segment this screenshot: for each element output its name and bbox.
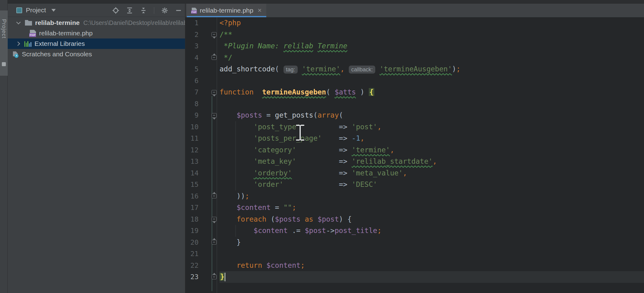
fold-gutter (199, 260, 219, 271)
line-number[interactable]: 5 (186, 65, 199, 73)
chevron-down-icon[interactable] (16, 20, 21, 24)
text-caret (225, 273, 225, 281)
tree-row-external-libraries[interactable]: External Libraries (8, 38, 185, 49)
code-line-13[interactable]: 13 'meta_key' => 'relilab_startdate', (186, 156, 644, 167)
line-number[interactable]: 15 (186, 181, 199, 188)
line-number[interactable]: 16 (186, 192, 199, 200)
fold-gutter (199, 179, 219, 191)
code-text: */ (219, 52, 644, 64)
locate-target-icon[interactable] (112, 7, 119, 14)
close-icon[interactable]: × (258, 7, 262, 14)
php-file-icon: PHP (192, 7, 197, 14)
fold-close-icon[interactable]: − (211, 240, 217, 245)
fold-gutter (199, 156, 219, 167)
code-line-15[interactable]: 15 'order' => 'DESC' (186, 179, 644, 191)
code-line-4[interactable]: 4− */ (186, 52, 644, 64)
code-text: *Plugin Name: relilab Termine (219, 40, 644, 52)
expand-all-icon[interactable] (126, 7, 133, 14)
fold-close-icon[interactable]: − (211, 55, 217, 60)
line-number[interactable]: 22 (186, 262, 199, 269)
code-text: add_shortcode( tag: 'termine', callback:… (219, 63, 644, 75)
code-line-20[interactable]: 20− } (186, 237, 644, 248)
line-number[interactable]: 18 (186, 215, 199, 223)
code-text: function termineAusgeben( $atts ) { (219, 86, 644, 98)
code-line-1[interactable]: 1<?php (186, 17, 644, 29)
line-number[interactable]: 21 (186, 250, 199, 258)
line-number[interactable]: 3 (186, 42, 199, 50)
tree-row-php-file[interactable]: PHP relilab-termine.php (8, 28, 185, 38)
project-stripe-button[interactable]: Project (0, 10, 8, 76)
line-number[interactable]: 13 (186, 158, 199, 165)
tree-row-project-root[interactable]: relilab-termine C:\Users\Daniel\Desktop\… (8, 18, 185, 28)
fold-open-icon[interactable]: − (211, 113, 217, 118)
fold-gutter: − (199, 29, 219, 41)
fold-open-icon[interactable]: − (211, 217, 217, 222)
external-libraries-label: External Libraries (34, 40, 85, 47)
tool-window-stripe: Project (0, 0, 8, 293)
settings-gear-icon[interactable] (161, 7, 168, 14)
fold-close-icon[interactable]: − (211, 194, 217, 199)
line-number[interactable]: 7 (186, 88, 199, 96)
php-file-icon: PHP (30, 30, 36, 37)
code-line-3[interactable]: 3 *Plugin Name: relilab Termine (186, 40, 644, 52)
code-editor[interactable]: 1<?php2−/**3 *Plugin Name: relilab Termi… (186, 17, 644, 293)
code-line-2[interactable]: 2−/** (186, 29, 644, 41)
line-number[interactable]: 8 (186, 100, 199, 108)
project-view-icon (16, 7, 22, 13)
chevron-down-icon[interactable] (51, 9, 56, 12)
line-number[interactable]: 9 (186, 111, 199, 119)
chevron-right-icon[interactable] (16, 42, 20, 46)
tab-title: relilab-termine.php (200, 7, 253, 14)
line-number[interactable]: 2 (186, 31, 199, 38)
code-text: $posts = get_posts(array( (219, 110, 644, 121)
line-number[interactable]: 11 (186, 134, 199, 142)
code-line-8[interactable]: 8 (186, 98, 644, 110)
line-number[interactable]: 1 (186, 19, 199, 27)
line-number[interactable]: 14 (186, 169, 199, 177)
project-root-label: relilab-termine (35, 19, 80, 26)
panel-title: Project (26, 6, 46, 14)
code-text: 'meta_key' => 'relilab_startdate', (219, 156, 644, 167)
hide-panel-icon[interactable] (175, 7, 182, 14)
fold-gutter (199, 202, 219, 214)
mouse-ibeam-cursor (295, 124, 306, 142)
code-text: } (219, 237, 644, 248)
tree-row-scratches[interactable]: Scratches and Consoles (8, 49, 185, 59)
code-text: $content .= $post->post_title; (219, 225, 644, 237)
fold-open-icon[interactable]: − (211, 32, 217, 37)
toolbar-divider (154, 7, 154, 14)
line-number[interactable]: 10 (186, 123, 199, 131)
tab-relilab-termine-php[interactable]: PHP relilab-termine.php × (187, 4, 266, 17)
code-lines: 1<?php2−/**3 *Plugin Name: relilab Termi… (186, 17, 644, 283)
line-number[interactable]: 6 (186, 77, 199, 85)
fold-gutter (199, 248, 219, 260)
code-line-16[interactable]: 16− )); (186, 191, 644, 202)
code-line-10[interactable]: 10 'post_type' => 'post', (186, 121, 644, 133)
code-text: return $content; (219, 260, 644, 271)
code-line-5[interactable]: 5add_shortcode( tag: 'termine', callback… (186, 63, 644, 75)
code-line-7[interactable]: 7−function termineAusgeben( $atts ) { (186, 86, 644, 98)
line-number[interactable]: 23 (186, 273, 199, 281)
fold-gutter: − (199, 271, 219, 283)
code-line-11[interactable]: 11 'posts_per_page' => -1, (186, 133, 644, 144)
code-line-9[interactable]: 9− $posts = get_posts(array( (186, 110, 644, 121)
code-line-23[interactable]: 23−} (186, 271, 644, 283)
code-line-6[interactable]: 6 (186, 75, 644, 87)
line-number[interactable]: 17 (186, 204, 199, 211)
parameter-hint: callback: (349, 66, 375, 74)
line-number[interactable]: 12 (186, 146, 199, 154)
scratches-icon (13, 51, 19, 57)
code-line-14[interactable]: 14 'orderby' => 'meta_value', (186, 167, 644, 179)
line-number[interactable]: 20 (186, 239, 199, 246)
fold-open-icon[interactable]: − (211, 90, 217, 94)
code-line-12[interactable]: 12 'category' => 'termine', (186, 144, 644, 156)
code-line-22[interactable]: 22 return $content; (186, 260, 644, 271)
code-line-21[interactable]: 21 (186, 248, 644, 260)
code-line-17[interactable]: 17 $content = ""; (186, 202, 644, 214)
fold-close-icon[interactable]: − (211, 275, 217, 279)
code-line-18[interactable]: 18− foreach ($posts as $post) { (186, 214, 644, 225)
line-number[interactable]: 4 (186, 54, 199, 62)
code-line-19[interactable]: 19 $content .= $post->post_title; (186, 225, 644, 237)
collapse-all-icon[interactable] (140, 7, 147, 14)
line-number[interactable]: 19 (186, 227, 199, 235)
